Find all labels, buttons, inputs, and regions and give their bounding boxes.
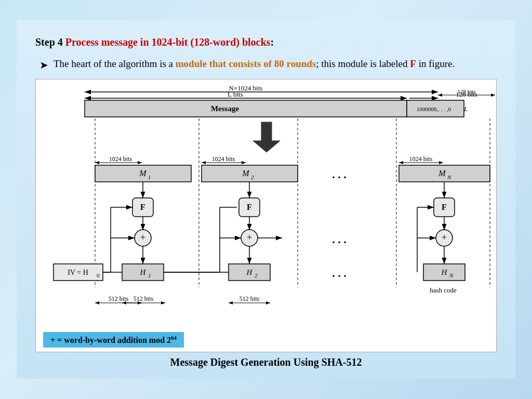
svg-text:H: H	[246, 268, 253, 276]
slide-container: Step 4 Process message in 1024-bit (128-…	[17, 20, 515, 379]
caption-exponent: 64	[171, 335, 177, 341]
svg-text:H: H	[441, 268, 448, 276]
svg-text:H: H	[140, 268, 147, 276]
caption-prefix: + = word-by-word addition mod 2	[50, 336, 171, 344]
svg-rect-12	[85, 100, 407, 117]
svg-text:F: F	[442, 203, 447, 211]
svg-text:IV = H: IV = H	[68, 269, 88, 276]
bottom-caption: Message Digest Generation Using SHA-512	[35, 356, 497, 368]
diagram-svg: N×1024 bits L bits 128 bits 128 bits Mes…	[43, 85, 495, 329]
svg-text:N: N	[449, 272, 454, 278]
step-number: Step 4	[35, 36, 63, 48]
svg-text:0: 0	[97, 272, 100, 278]
bullet-suffix: ; this module is labeled	[316, 58, 407, 69]
svg-text:+: +	[140, 232, 145, 243]
svg-text:1024  bits: 1024 bits	[109, 155, 132, 163]
svg-marker-17	[253, 122, 280, 152]
svg-text:1024  bits: 1024 bits	[409, 155, 433, 163]
svg-text:1: 1	[148, 174, 151, 180]
svg-text:Message: Message	[211, 104, 239, 113]
bullet-end: in figure.	[419, 58, 455, 69]
svg-text:128 bits: 128 bits	[457, 88, 475, 95]
svg-text:+: +	[247, 232, 252, 243]
bullet-arrow-icon: ➤	[39, 57, 48, 73]
svg-text:M: M	[242, 169, 250, 178]
svg-text:1024  bits: 1024 bits	[212, 155, 235, 163]
bullet-f-label: F	[410, 58, 416, 69]
diagram-caption: + = word-by-word addition mod 264	[43, 332, 184, 348]
svg-text:L bits: L bits	[228, 90, 243, 98]
bullet-highlight: module that consists of 80 rounds	[176, 58, 316, 69]
step-title: Step 4 Process message in 1024-bit (128-…	[35, 35, 497, 49]
svg-text:512  bits: 512 bits	[134, 295, 154, 302]
svg-text:. . .: . . .	[332, 267, 347, 280]
svg-text:L: L	[463, 105, 468, 113]
svg-text:1000000,. . . ,0: 1000000,. . . ,0	[417, 106, 451, 112]
svg-text:N: N	[447, 174, 451, 180]
bullet-content: The heart of the algorithm is a module t…	[54, 57, 497, 72]
svg-text:512  bits: 512 bits	[109, 295, 129, 302]
svg-text:2: 2	[255, 272, 258, 278]
step-title-highlight: Process message in 1024-bit (128-word) b…	[65, 36, 271, 48]
bullet-prefix: The heart of the algorithm is a	[54, 58, 173, 69]
svg-text:hash code: hash code	[430, 286, 457, 294]
svg-text:F: F	[140, 203, 145, 211]
svg-text:M: M	[438, 169, 446, 178]
svg-text:512  bits: 512 bits	[240, 295, 260, 302]
svg-text:F: F	[247, 203, 252, 211]
svg-text:+: +	[442, 232, 447, 243]
svg-text:. . .: . . .	[332, 233, 347, 246]
svg-text:1: 1	[148, 272, 151, 278]
svg-text:. . .: . . .	[332, 168, 347, 181]
diagram-container: N×1024 bits L bits 128 bits 128 bits Mes…	[35, 79, 497, 352]
svg-text:M: M	[139, 169, 147, 178]
svg-text:2: 2	[251, 174, 254, 180]
svg-rect-32	[202, 165, 298, 182]
bullet-point: ➤ The heart of the algorithm is a module…	[35, 57, 497, 73]
